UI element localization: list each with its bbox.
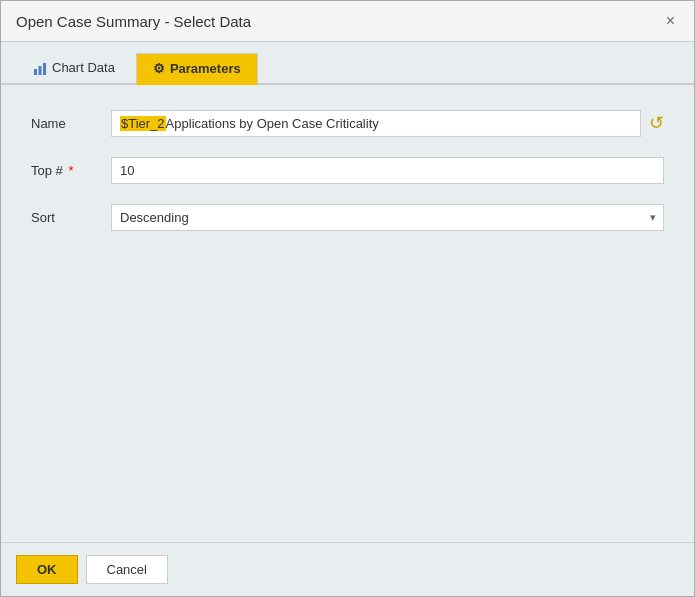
dialog-header: Open Case Summary - Select Data × — [1, 1, 694, 42]
top-control-wrap — [111, 157, 664, 184]
svg-rect-0 — [34, 69, 37, 75]
dialog-body: Name $Tier_2 Applications by Open Case C… — [1, 85, 694, 542]
dialog: Open Case Summary - Select Data × Chart … — [0, 0, 695, 597]
ok-button[interactable]: OK — [16, 555, 78, 584]
dialog-title: Open Case Summary - Select Data — [16, 13, 251, 30]
tab-parameters[interactable]: ⚙ Parameters — [136, 53, 258, 85]
top-row: Top # * — [31, 157, 664, 184]
bar-chart-icon — [33, 60, 47, 76]
name-input[interactable]: $Tier_2 Applications by Open Case Critic… — [111, 110, 641, 137]
close-button[interactable]: × — [662, 11, 679, 31]
tab-parameters-label: Parameters — [170, 61, 241, 76]
name-control-wrap: $Tier_2 Applications by Open Case Critic… — [111, 110, 664, 137]
cancel-button[interactable]: Cancel — [86, 555, 168, 584]
tab-chart-data-label: Chart Data — [52, 60, 115, 75]
sort-label: Sort — [31, 210, 111, 225]
svg-rect-1 — [39, 66, 42, 75]
top-input[interactable] — [111, 157, 664, 184]
name-row: Name $Tier_2 Applications by Open Case C… — [31, 110, 664, 137]
required-star: * — [65, 163, 74, 178]
sort-select[interactable]: Ascending Descending — [111, 204, 664, 231]
name-label: Name — [31, 116, 111, 131]
tab-chart-data[interactable]: Chart Data — [16, 52, 132, 83]
sort-control-wrap: Ascending Descending ▾ — [111, 204, 664, 231]
sort-select-wrap: Ascending Descending ▾ — [111, 204, 664, 231]
refresh-icon[interactable]: ↺ — [649, 112, 664, 134]
dialog-footer: OK Cancel — [1, 542, 694, 596]
gear-icon: ⚙ — [153, 61, 165, 76]
svg-rect-2 — [43, 63, 46, 75]
tabs-row: Chart Data ⚙ Parameters — [1, 42, 694, 85]
sort-row: Sort Ascending Descending ▾ — [31, 204, 664, 231]
top-label: Top # * — [31, 163, 111, 178]
